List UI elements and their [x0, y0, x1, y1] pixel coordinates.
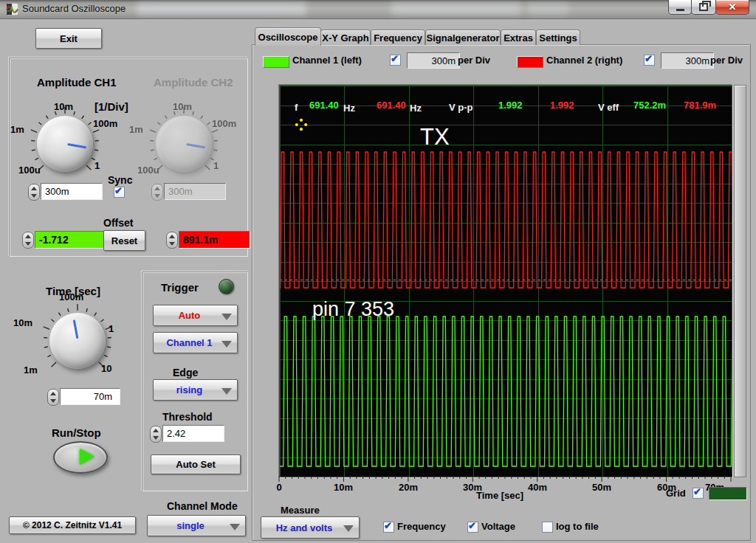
trigger-led — [219, 279, 234, 294]
close-icon: ✕ — [729, 1, 737, 13]
trigger-source-dropdown[interactable]: Channel 1 — [153, 332, 238, 353]
tab-frequency[interactable]: Frequency — [371, 30, 425, 45]
knob-scale-label: 100m — [59, 291, 83, 302]
offset-ch1-value[interactable]: -1.712 — [35, 231, 106, 249]
x-tick-label: 0 — [264, 482, 294, 493]
offset-ch1-spinner[interactable] — [22, 232, 34, 249]
knob-scale-label: 100u — [18, 165, 41, 176]
channel1-per-div-value[interactable]: 300m — [407, 52, 460, 69]
measure-mode-value: Hz and volts — [276, 522, 333, 533]
tab-xy-graph[interactable]: X-Y Graph — [320, 30, 371, 45]
time-knob[interactable]: 10m 100m 1 1m 10 — [33, 297, 122, 385]
annotation-tx: TX — [420, 124, 450, 151]
offset-label: Offset — [103, 217, 133, 229]
frequency-label: Frequency — [397, 521, 446, 532]
channel1-checkbox[interactable] — [390, 55, 401, 66]
application-window: Soundcard Oszilloscope ✕ Exit Amplitude … — [0, 0, 756, 543]
hz-unit: Hz — [410, 103, 422, 114]
grid-color-swatch[interactable] — [709, 487, 747, 500]
measure-mode-dropdown[interactable]: Hz and volts — [261, 516, 360, 539]
threshold-spinner[interactable] — [150, 426, 162, 443]
chevron-down-icon — [221, 341, 232, 347]
restore-button[interactable] — [691, 0, 716, 15]
trigger-title: Trigger — [161, 281, 199, 294]
knob-scale-label: 1 — [94, 160, 100, 171]
amplitude-ch1-title: Amplitude CH1 — [37, 76, 117, 89]
amplitude-ch2-value: 300m — [164, 183, 226, 200]
voltage-checkbox[interactable] — [467, 522, 478, 533]
edge-dropdown[interactable]: rising — [153, 379, 238, 401]
channel2-per-div-value[interactable]: 300m — [661, 52, 714, 69]
knob-scale-label: 1m — [10, 124, 24, 135]
exit-button[interactable]: Exit — [35, 28, 102, 49]
tab-extras[interactable]: Extras — [501, 30, 536, 45]
restore-icon — [699, 3, 708, 11]
window-title: Soundcard Oszilloscope — [22, 3, 126, 14]
sync-checkbox[interactable] — [114, 187, 125, 198]
knob-scale-label: 100u — [137, 165, 159, 176]
amplitude-ch1-value[interactable]: 300m — [41, 183, 103, 200]
knob-pointer — [67, 143, 86, 148]
chevron-down-icon — [230, 524, 240, 530]
grid-checkbox[interactable] — [693, 488, 704, 499]
title-bar[interactable]: Soundcard Oszilloscope ✕ — [0, 0, 756, 19]
x-tick-label: 40m — [523, 482, 552, 493]
offset-ch2-value[interactable]: 891.1m — [179, 231, 250, 249]
time-value[interactable]: 70m — [60, 388, 120, 405]
tab-signalgenerator[interactable]: Signalgenerator — [425, 30, 501, 45]
close-button[interactable]: ✕ — [715, 0, 749, 15]
auto-set-button[interactable]: Auto Set — [151, 454, 241, 474]
app-icon — [6, 3, 18, 15]
tab-settings[interactable]: Settings — [536, 30, 580, 45]
log-to-file-checkbox[interactable] — [542, 522, 553, 533]
vpp-label: V p-p — [449, 102, 473, 113]
amplitude-ch2-knob: 1m 10m 100m 100u 1 — [140, 100, 228, 188]
edge-value: rising — [176, 384, 202, 395]
amplitude-ch1-spinner[interactable] — [28, 184, 40, 201]
run-stop-label: Run/Stop — [52, 426, 101, 439]
veff-label: V eff — [598, 102, 619, 113]
knob-scale-label: 1 — [213, 160, 219, 171]
trigger-mode-dropdown[interactable]: Auto — [153, 305, 238, 326]
minimize-icon — [676, 9, 684, 11]
chevron-down-icon — [221, 314, 232, 320]
ch2-frequency: 691.40 — [377, 100, 406, 111]
background-window-blur — [528, 3, 568, 15]
threshold-value[interactable]: 2.42 — [162, 425, 224, 442]
knob-dial[interactable] — [37, 116, 93, 172]
channel-mode-dropdown[interactable]: single — [147, 515, 246, 536]
cursor-crosshair-icon[interactable] — [295, 118, 308, 131]
channel2-color-swatch — [517, 56, 543, 68]
ch1-veff: 752.2m — [633, 100, 666, 111]
reset-button[interactable]: Reset — [103, 230, 145, 251]
oscilloscope-display[interactable]: f 691.40 Hz 691.40 Hz V p-p 1.992 1.992 … — [279, 85, 732, 477]
time-spinner[interactable] — [47, 389, 59, 406]
offset-ch2-spinner[interactable] — [166, 232, 178, 249]
ch1-frequency: 691.40 — [309, 100, 339, 111]
tab-oscilloscope[interactable]: Oscilloscope — [255, 27, 321, 46]
frequency-checkbox[interactable] — [383, 522, 394, 533]
knob-scale-label: 10m — [173, 101, 192, 112]
per-div-label: per Div — [710, 55, 743, 66]
knob-dial[interactable] — [49, 313, 106, 369]
amplitude-ch1-knob[interactable]: 1m 10m 100m 100u 1 — [21, 100, 109, 188]
waveform-channel-2 — [280, 152, 732, 288]
vertical-scrollbar[interactable] — [734, 85, 746, 477]
threshold-label: Threshold — [162, 411, 213, 423]
knob-scale-label: 10 — [101, 363, 111, 374]
channel2-label: Channel 2 (right) — [546, 55, 622, 66]
channel-mode-label: Channel Mode — [167, 500, 238, 512]
minimize-button[interactable] — [668, 0, 692, 15]
knob-scale-label: 1m — [129, 124, 143, 135]
channel2-checkbox[interactable] — [644, 55, 655, 66]
knob-scale-label: 100m — [93, 118, 117, 129]
run-stop-button[interactable] — [53, 441, 108, 474]
ch1-vpp: 1.992 — [498, 100, 523, 111]
knob-dial — [156, 116, 212, 172]
copyright-box: © 2012 C. Zeitnitz V1.41 — [9, 516, 136, 534]
hz-unit: Hz — [343, 103, 355, 114]
trigger-source-value: Channel 1 — [166, 337, 212, 348]
knob-scale-label: 10m — [13, 317, 32, 328]
ch2-vpp: 1.992 — [550, 100, 574, 111]
trigger-mode-value: Auto — [179, 310, 201, 321]
